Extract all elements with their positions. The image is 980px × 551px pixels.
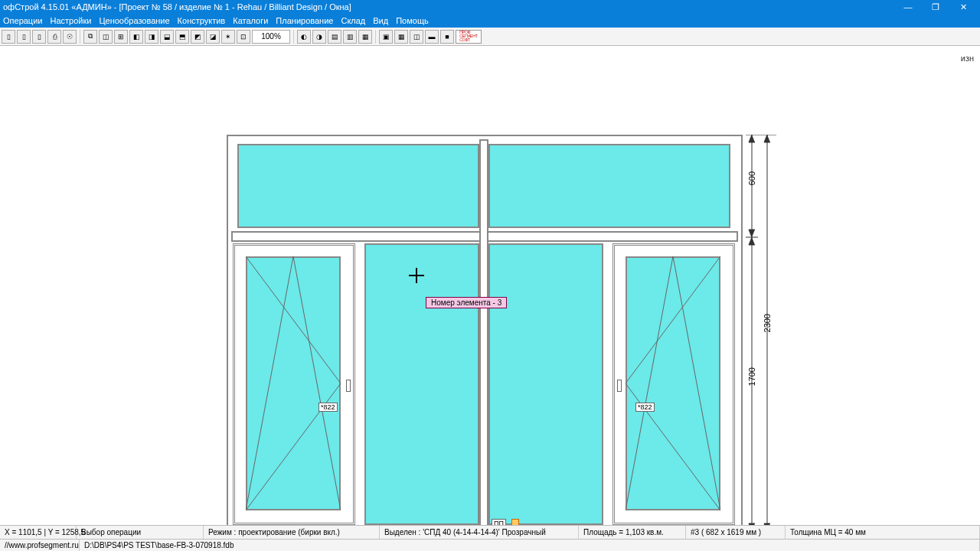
handle-right-icon <box>617 380 622 392</box>
menu-catalogs[interactable]: Каталоги <box>233 16 268 25</box>
menu-help[interactable]: Помощь <box>396 16 429 25</box>
dim-right-total: 2300 <box>763 314 772 332</box>
element-tooltip: Номер элемента - 3 <box>426 297 507 308</box>
tool-btn-14[interactable]: ◪ <box>206 30 220 44</box>
bottombar: //www.profsegment.ru D:\DB\PS4\PS TEST\b… <box>0 539 980 551</box>
close-button[interactable]: ✕ <box>956 2 971 12</box>
tool-btn-12[interactable]: ⬒ <box>175 30 189 44</box>
tool-btn-24[interactable]: ◫ <box>410 30 423 44</box>
sash-tag-left: *822 <box>318 403 338 412</box>
tool-btn-16[interactable]: ⊡ <box>237 30 250 44</box>
tool-btn-19[interactable]: ▤ <box>328 30 341 44</box>
window-drawing: *822 *822 ПП <box>227 135 743 531</box>
tool-btn-22[interactable]: ▣ <box>379 30 393 44</box>
tool-btn-3[interactable]: ▯ <box>32 30 46 44</box>
menu-planning[interactable]: Планирование <box>276 16 333 25</box>
tool-btn-18[interactable]: ◑ <box>312 30 326 44</box>
tool-btn-7[interactable]: ◫ <box>99 30 113 44</box>
menu-construction[interactable]: Конструктив <box>178 16 226 25</box>
mullion-center[interactable] <box>479 139 488 527</box>
tool-btn-23[interactable]: ▦ <box>394 30 408 44</box>
menu-view[interactable]: Вид <box>373 16 388 25</box>
menubar: Операции Настройки Ценообразование Конст… <box>0 14 980 28</box>
glass-sash-right[interactable] <box>626 256 720 510</box>
tool-btn-9[interactable]: ◧ <box>129 30 143 44</box>
status-area: Площадь = 1,103 кв.м. <box>579 526 686 539</box>
tool-btn-17[interactable]: ◐ <box>297 30 311 44</box>
tool-sep <box>80 30 80 44</box>
minimize-button[interactable]: — <box>900 2 916 12</box>
status-selected: Выделен : 'СПД 40 (4-14-4-14-4)' Прозрач… <box>380 526 579 539</box>
bottom-url: //www.profsegment.ru <box>0 540 80 551</box>
pane-mid-left[interactable] <box>364 243 479 525</box>
tool-btn-2[interactable]: ▯ <box>17 30 31 44</box>
tool-btn-4[interactable]: ⎙ <box>47 30 61 44</box>
menu-settings[interactable]: Настройки <box>50 16 91 25</box>
pane-top-right[interactable] <box>488 144 730 228</box>
tool-btn-21[interactable]: ▦ <box>358 30 372 44</box>
dim-r-top: 600 <box>747 171 756 185</box>
logo-icon: ПРОФСЕГМЕНТСОФТ <box>456 30 482 44</box>
tool-btn-8[interactable]: ⊞ <box>114 30 128 44</box>
titlebar: офСтрой 4.15.01 «АДМИН» - [Проект № 58 /… <box>0 0 980 14</box>
menu-operations[interactable]: Операции <box>3 16 42 25</box>
tool-sep <box>375 30 376 44</box>
tool-sep <box>293 30 294 44</box>
tool-btn-1[interactable]: ▯ <box>2 30 15 44</box>
handle-left-icon <box>346 380 351 392</box>
tool-btn-6[interactable]: ⧉ <box>83 30 97 44</box>
sash-right[interactable] <box>612 243 735 525</box>
status-mode: Режим : проектирование (бирки вкл.) <box>204 526 380 539</box>
statusbar: X = 1101,5 | Y = 1258,5 Выбор операции Р… <box>0 525 980 539</box>
status-size: #3 ( 682 x 1619 мм ) <box>686 526 786 539</box>
tool-btn-11[interactable]: ⬓ <box>160 30 174 44</box>
pane-top-left[interactable] <box>237 144 479 228</box>
dims-right <box>746 135 784 531</box>
status-op: Выбор операции <box>77 526 204 539</box>
tool-btn-26[interactable]: ■ <box>440 30 454 44</box>
drawing-canvas[interactable]: изн *822 <box>0 46 980 525</box>
titlebar-text: офСтрой 4.15.01 «АДМИН» - [Проект № 58 /… <box>3 2 900 11</box>
status-thickness: Толщина МЦ = 40 мм <box>786 526 980 539</box>
tool-btn-20[interactable]: ▥ <box>343 30 357 44</box>
bottom-path: D:\DB\PS4\PS TEST\base-FB-3-070918.fdb <box>80 540 980 551</box>
maximize-button[interactable]: ❐ <box>928 2 943 12</box>
tool-btn-10[interactable]: ◨ <box>145 30 158 44</box>
zoom-select[interactable] <box>252 30 290 44</box>
cursor-crosshair-icon <box>409 268 424 283</box>
glass-sash-left[interactable] <box>246 256 341 510</box>
tool-btn-25[interactable]: ▬ <box>425 30 439 44</box>
toolbar: ▯ ▯ ▯ ⎙ ☉ ⧉ ◫ ⊞ ◧ ◨ ⬓ ⬒ ◩ ◪ ✶ ⊡ ◐ ◑ ▤ ▥ … <box>0 28 980 46</box>
pane-mid-right[interactable] <box>488 243 603 525</box>
tool-btn-5[interactable]: ☉ <box>63 30 77 44</box>
menu-pricing[interactable]: Ценообразование <box>99 16 169 25</box>
annotation-inside: изн <box>961 54 974 63</box>
menu-warehouse[interactable]: Склад <box>341 16 365 25</box>
tool-btn-15[interactable]: ✶ <box>221 30 235 44</box>
dim-r-bottom: 1700 <box>747 367 756 386</box>
sash-tag-right: *822 <box>635 403 655 412</box>
sash-left[interactable] <box>233 243 355 525</box>
tool-btn-13[interactable]: ◩ <box>191 30 204 44</box>
status-coords: X = 1101,5 | Y = 1258,5 <box>0 526 77 539</box>
